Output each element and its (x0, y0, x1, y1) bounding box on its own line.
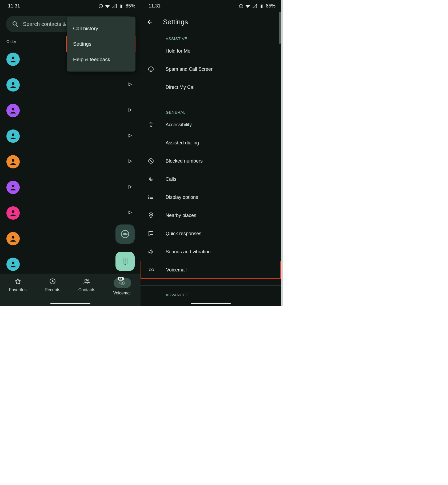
contact-avatar (6, 104, 20, 117)
voicemail-badge: 58 (118, 277, 124, 281)
voicemail-row[interactable] (0, 72, 141, 98)
section-advanced: ADVANCED (141, 286, 281, 298)
search-placeholder: Search contacts & pl (23, 21, 72, 27)
statusbar: 11:31 85% (141, 0, 281, 11)
voicemail-row[interactable] (0, 123, 141, 149)
status-right: 85% (239, 3, 275, 9)
contact-avatar (6, 206, 20, 220)
voicemail-row[interactable] (0, 98, 141, 123)
menu-help-feedback[interactable]: Help & feedback (67, 52, 135, 67)
play-button[interactable] (127, 159, 133, 165)
statusbar: 11:31 85% (0, 0, 141, 11)
nav-recents[interactable]: Recents (45, 278, 60, 292)
item-sounds-vibration[interactable]: Sounds and vibration (141, 243, 281, 261)
dialpad-icon (121, 257, 129, 265)
item-label: Accessibility (166, 122, 192, 128)
item-label: Direct My Call (166, 85, 195, 90)
home-indicator[interactable] (50, 303, 90, 304)
phone-app-screen: 11:31 85% Search contacts & pl Call hist… (0, 0, 141, 306)
svg-point-15 (12, 262, 14, 264)
phone-icon (147, 176, 155, 182)
overflow-menu: Call history Settings Help & feedback (67, 17, 135, 72)
bottom-nav: Favorites Recents Contacts 58 Voicemail (0, 274, 141, 306)
play-button[interactable] (127, 184, 133, 191)
svg-point-31 (120, 282, 122, 284)
status-time: 11:31 (149, 3, 161, 9)
item-direct-my-call[interactable]: Direct My Call (141, 78, 281, 96)
battery-percent: 85% (126, 3, 135, 9)
nav-contacts[interactable]: Contacts (78, 278, 95, 292)
sound-icon (147, 249, 155, 255)
nav-voicemail[interactable]: 58 Voicemail (113, 278, 131, 295)
svg-point-7 (12, 57, 14, 59)
star-icon (14, 278, 21, 285)
svg-point-27 (125, 264, 126, 265)
svg-point-32 (123, 282, 125, 284)
svg-point-53 (152, 269, 154, 271)
item-label: Sounds and vibration (166, 249, 211, 255)
item-label: Spam and Call Screen (166, 66, 214, 72)
item-label: Assisted dialing (166, 140, 199, 146)
person-icon (9, 235, 17, 243)
back-icon[interactable] (146, 18, 154, 26)
wifi-icon (105, 3, 110, 9)
svg-point-49 (149, 197, 149, 198)
battery-percent: 85% (266, 3, 275, 9)
clock-icon (49, 278, 56, 285)
item-calls[interactable]: Calls (141, 170, 281, 188)
svg-rect-4 (121, 4, 122, 5)
settings-header: Settings (141, 11, 281, 34)
nav-favorites[interactable]: Favorites (9, 278, 27, 292)
nav-label: Recents (45, 287, 60, 292)
svg-point-50 (149, 198, 149, 199)
item-blocked-numbers[interactable]: Blocked numbers (141, 152, 281, 170)
item-voicemail[interactable]: Voicemail (141, 261, 281, 279)
item-label: Calls (166, 176, 176, 182)
play-button[interactable] (127, 82, 133, 88)
dialpad-fab[interactable] (115, 252, 135, 271)
contact-avatar (6, 258, 20, 271)
svg-point-12 (12, 185, 14, 187)
nav-label: Contacts (78, 287, 95, 292)
svg-point-52 (149, 269, 151, 271)
voicemail-row[interactable] (0, 149, 141, 175)
item-hold-for-me[interactable]: Hold for Me (141, 42, 281, 60)
wifi-icon (245, 3, 250, 9)
dnd-icon (239, 4, 243, 9)
voicemail-row[interactable] (0, 200, 141, 226)
item-assisted-dialing[interactable]: Assisted dialing (141, 134, 281, 152)
play-button[interactable] (127, 107, 133, 114)
item-nearby-places[interactable]: Nearby places (141, 206, 281, 224)
svg-point-25 (125, 262, 126, 263)
person-icon (9, 55, 17, 63)
svg-point-41 (151, 70, 151, 70)
block-icon (147, 158, 155, 164)
menu-settings[interactable]: Settings (66, 36, 135, 52)
svg-point-14 (12, 236, 14, 239)
item-label: Quick responses (166, 231, 201, 236)
item-quick-responses[interactable]: Quick responses (141, 224, 281, 243)
search-icon (12, 21, 19, 27)
scrollbar[interactable] (279, 12, 281, 44)
voicemail-row[interactable] (0, 175, 141, 200)
play-button[interactable] (127, 133, 133, 139)
video-fab[interactable] (115, 224, 135, 244)
accessibility-icon (147, 121, 155, 128)
people-icon (83, 278, 90, 285)
battery-icon (119, 3, 124, 9)
item-accessibility[interactable]: Accessibility (141, 116, 281, 134)
item-display-options[interactable]: Display options (141, 188, 281, 206)
nav-label: Voicemail (113, 291, 131, 295)
svg-rect-3 (121, 4, 122, 4)
person-icon (9, 132, 17, 140)
location-icon (147, 212, 155, 219)
menu-call-history[interactable]: Call history (67, 21, 135, 36)
contact-avatar (6, 78, 20, 92)
item-label: Voicemail (166, 267, 187, 273)
item-spam-call-screen[interactable]: Spam and Call Screen (141, 60, 281, 78)
dnd-icon (98, 4, 103, 9)
battery-icon (259, 3, 264, 9)
play-button[interactable] (127, 210, 133, 216)
home-indicator[interactable] (191, 303, 231, 304)
signal-icon (252, 3, 257, 9)
